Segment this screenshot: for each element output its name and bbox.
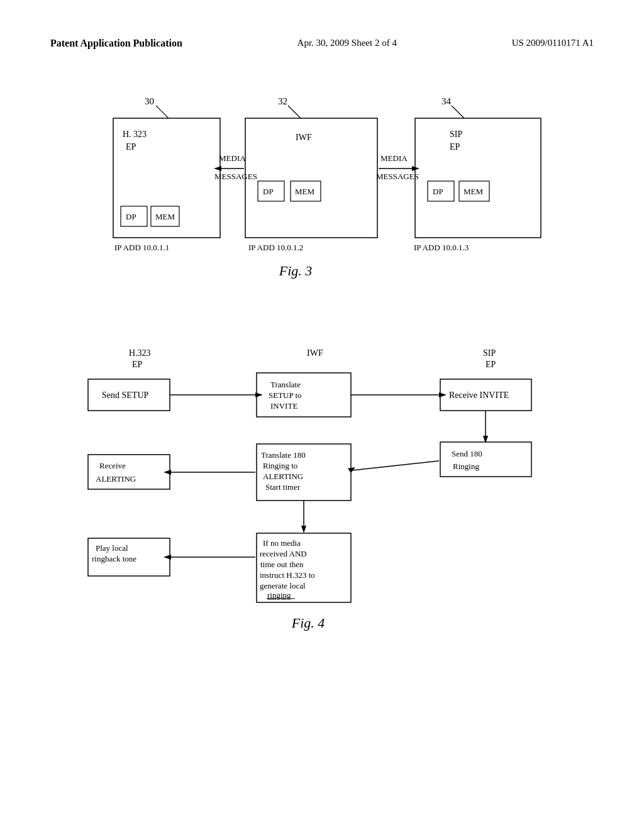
- fig4-iwf-header: IWF: [307, 348, 323, 358]
- arrow6-head: [301, 526, 306, 533]
- t180-label1: Translate 180: [261, 450, 306, 460]
- fig3-diagram: 30 32 34 H. 323 EP DP MEM IWF DP MEM: [50, 87, 594, 326]
- send-180-label1: Send 180: [452, 449, 482, 458]
- ref-32: 32: [278, 96, 287, 106]
- translate-label2: SETUP to: [269, 390, 302, 400]
- if-label1: If no media: [263, 538, 301, 548]
- iwf-ip: IP ADD 10.0.1.2: [248, 243, 303, 252]
- sip-box: [415, 118, 541, 238]
- send-180-box: [440, 442, 531, 477]
- right-messages-label: MESSAGES: [376, 172, 419, 181]
- sip-mem-label: MEM: [464, 187, 484, 196]
- if-label4: instruct H.323 to: [260, 570, 315, 580]
- iwf-mem-label: MEM: [295, 187, 315, 196]
- svg-line-1: [288, 106, 301, 118]
- fig4-h323-header-line1: H.323: [129, 348, 151, 358]
- svg-line-0: [156, 106, 169, 118]
- receive-alerting-label2: ALERTING: [96, 474, 136, 484]
- h323-title-line2: EP: [126, 142, 136, 152]
- fig4-sip-header-line2: EP: [486, 360, 496, 369]
- t180-label3: ALERTING: [263, 472, 303, 481]
- h323-dp-label: DP: [126, 212, 136, 221]
- sip-title-line1: SIP: [450, 130, 462, 139]
- receive-alerting-label1: Receive: [99, 461, 126, 470]
- receive-alerting-box: [88, 455, 170, 489]
- sip-ip: IP ADD 10.0.1.3: [414, 243, 469, 252]
- fig4-h323-header-line2: EP: [132, 360, 143, 369]
- fig4-label: Fig. 4: [291, 615, 325, 631]
- header: Patent Application Publication Apr. 30, …: [50, 38, 594, 49]
- fig4-sip-header-line1: SIP: [483, 348, 496, 358]
- play-ringback-label2: ringback tone: [92, 554, 136, 563]
- patent-number: US 2009/0110171 A1: [512, 38, 594, 48]
- if-label5: generate local: [260, 581, 306, 590]
- fig3-label: Fig. 3: [279, 263, 313, 279]
- if-label3: time out then: [260, 560, 304, 569]
- iwf-title: IWF: [296, 133, 312, 142]
- left-messages-label: MESSAGES: [214, 172, 257, 181]
- svg-line-2: [452, 106, 464, 118]
- sip-dp-label: DP: [433, 187, 443, 196]
- if-label2: received AND: [260, 549, 307, 558]
- page: Patent Application Publication Apr. 30, …: [0, 0, 644, 830]
- ref-30: 30: [145, 96, 154, 106]
- ref-34: 34: [441, 96, 452, 106]
- translate-label1: Translate: [270, 380, 301, 389]
- t180-label4: Start timer: [265, 482, 301, 492]
- h323-mem-label: MEM: [155, 212, 175, 221]
- svg-line-8: [352, 461, 439, 470]
- h323-ip: IP ADD 10.0.1.1: [114, 243, 169, 252]
- sheet-info: Apr. 30, 2009 Sheet 2 of 4: [297, 38, 397, 48]
- translate-label3: INVITE: [270, 401, 297, 411]
- left-media-label: MEDIA: [219, 153, 246, 163]
- t180-label2: Ringing to: [263, 461, 297, 470]
- receive-invite-label: Receive INVITE: [449, 390, 509, 400]
- fig4-diagram: H.323 EP IWF SIP EP Send SETUP Translate…: [50, 338, 594, 653]
- h323-title-line1: H. 323: [123, 130, 147, 139]
- send-setup-label: Send SETUP: [102, 390, 149, 400]
- publication-label: Patent Application Publication: [50, 38, 182, 49]
- send-180-label2: Ringing: [453, 462, 479, 471]
- right-media-label: MEDIA: [380, 153, 408, 163]
- iwf-dp-label: DP: [263, 187, 274, 196]
- sip-title-line2: EP: [450, 142, 460, 152]
- play-ringback-label1: Play local: [96, 543, 128, 553]
